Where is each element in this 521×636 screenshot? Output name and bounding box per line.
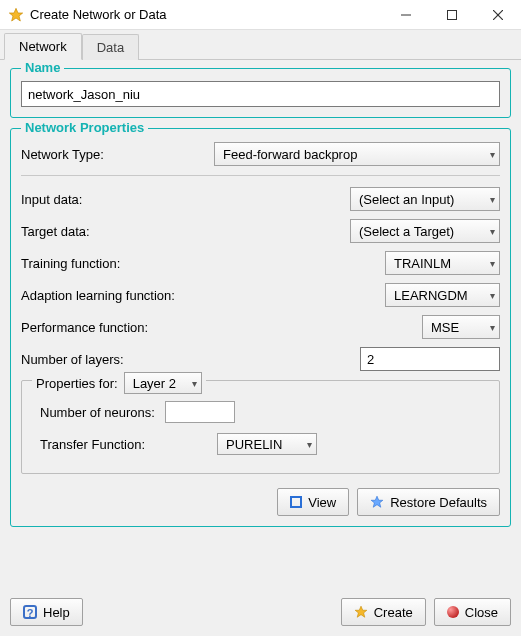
separator (21, 175, 500, 176)
neurons-label: Number of neurons: (40, 405, 155, 420)
create-button[interactable]: Create (341, 598, 426, 626)
adaption-fn-value: LEARNGDM (394, 288, 484, 303)
transfer-fn-label: Transfer Function: (40, 437, 145, 452)
perf-fn-label: Performance function: (21, 320, 148, 335)
perf-fn-select[interactable]: MSE ▾ (422, 315, 500, 339)
view-button[interactable]: View (277, 488, 349, 516)
layer-select-value: Layer 2 (133, 376, 186, 391)
svg-marker-0 (9, 8, 22, 21)
star-icon (370, 495, 384, 509)
transfer-fn-select[interactable]: PURELIN ▾ (217, 433, 317, 455)
layer-properties-title: Properties for: Layer 2 ▾ (32, 372, 206, 394)
footer-bar: ? Help Create Close (10, 598, 511, 626)
close-button[interactable]: Close (434, 598, 511, 626)
close-button-label: Close (465, 605, 498, 620)
window-title: Create Network or Data (24, 7, 383, 22)
tab-strip: Network Data (0, 32, 521, 60)
title-bar: Create Network or Data (0, 0, 521, 30)
maximize-button[interactable] (429, 0, 475, 30)
network-type-value: Feed-forward backprop (223, 147, 484, 162)
input-data-select[interactable]: (Select an Input) ▾ (350, 187, 500, 211)
adaption-fn-label: Adaption learning function: (21, 288, 175, 303)
chevron-down-icon: ▾ (484, 194, 495, 205)
help-icon: ? (23, 605, 37, 619)
content-area: Name Network Properties Network Type: Fe… (0, 60, 521, 545)
training-fn-label: Training function: (21, 256, 120, 271)
chevron-down-icon: ▾ (484, 258, 495, 269)
minimize-button[interactable] (383, 0, 429, 30)
svg-marker-6 (355, 606, 367, 617)
layer-select[interactable]: Layer 2 ▾ (124, 372, 202, 394)
num-layers-label: Number of layers: (21, 352, 124, 367)
num-layers-input[interactable] (360, 347, 500, 371)
group-properties-title: Network Properties (21, 120, 148, 135)
svg-marker-5 (371, 496, 383, 507)
group-name: Name (10, 68, 511, 118)
tab-network[interactable]: Network (4, 33, 82, 60)
network-type-label: Network Type: (21, 147, 104, 162)
restore-defaults-button[interactable]: Restore Defaults (357, 488, 500, 516)
training-fn-select[interactable]: TRAINLM ▾ (385, 251, 500, 275)
chevron-down-icon: ▾ (484, 290, 495, 301)
group-layer-properties: Properties for: Layer 2 ▾ Number of neur… (21, 380, 500, 474)
restore-button-label: Restore Defaults (390, 495, 487, 510)
target-data-select[interactable]: (Select a Target) ▾ (350, 219, 500, 243)
close-ball-icon (447, 606, 459, 618)
close-window-button[interactable] (475, 0, 521, 30)
tab-data[interactable]: Data (82, 34, 139, 60)
view-icon (290, 496, 302, 508)
input-data-label: Input data: (21, 192, 82, 207)
neurons-input[interactable] (165, 401, 235, 423)
svg-rect-2 (448, 10, 457, 19)
star-icon (354, 605, 368, 619)
close-icon (493, 10, 503, 20)
network-type-select[interactable]: Feed-forward backprop ▾ (214, 142, 500, 166)
app-star-icon (8, 7, 24, 23)
transfer-fn-value: PURELIN (226, 437, 301, 452)
help-button[interactable]: ? Help (10, 598, 83, 626)
group-name-title: Name (21, 60, 64, 75)
create-button-label: Create (374, 605, 413, 620)
chevron-down-icon: ▾ (484, 322, 495, 333)
minimize-icon (401, 10, 411, 20)
chevron-down-icon: ▾ (484, 226, 495, 237)
group-network-properties: Network Properties Network Type: Feed-fo… (10, 128, 511, 527)
training-fn-value: TRAINLM (394, 256, 484, 271)
chevron-down-icon: ▾ (484, 149, 495, 160)
perf-fn-value: MSE (431, 320, 484, 335)
maximize-icon (447, 10, 457, 20)
input-data-value: (Select an Input) (359, 192, 484, 207)
chevron-down-icon: ▾ (301, 439, 312, 450)
adaption-fn-select[interactable]: LEARNGDM ▾ (385, 283, 500, 307)
help-button-label: Help (43, 605, 70, 620)
target-data-label: Target data: (21, 224, 90, 239)
target-data-value: (Select a Target) (359, 224, 484, 239)
view-button-label: View (308, 495, 336, 510)
properties-for-label: Properties for: (36, 376, 118, 391)
chevron-down-icon: ▾ (186, 378, 197, 389)
network-name-input[interactable] (21, 81, 500, 107)
